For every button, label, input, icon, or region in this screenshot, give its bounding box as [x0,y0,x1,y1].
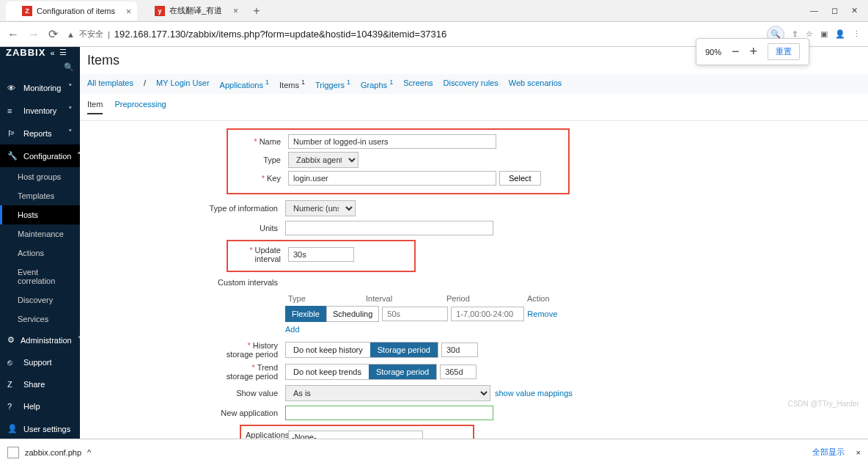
crumb-applications[interactable]: Applications 1 [220,78,269,89]
new-tab-button[interactable]: + [246,4,267,18]
close-icon[interactable]: × [126,7,131,17]
insecure-icon: ▲ [67,30,75,39]
minimize-icon[interactable]: — [810,6,818,15]
zoom-in-button[interactable]: + [749,44,757,59]
sidebar-sub-actions[interactable]: Actions [0,244,80,263]
extension-icon[interactable]: ▣ [820,29,828,39]
sidebar-sub-hostgroups[interactable]: Host groups [0,167,80,186]
close-window-icon[interactable]: ✕ [851,6,858,15]
sidebar-item-administration[interactable]: ⚙Administration˅ [0,329,80,351]
forward-icon: → [28,28,40,41]
col-action: Action [527,294,571,303]
sidebar-sub-maintenance[interactable]: Maintenance [0,224,80,244]
sidebar-item-label: Share [23,380,45,389]
sidebar-sub-templates[interactable]: Templates [0,186,80,205]
sidebar-sub-hosts[interactable]: Hosts [0,205,80,224]
type-select[interactable]: Zabbix agent [288,152,358,168]
watermark: CSDN @TTry_Harder [787,400,859,408]
col-interval: Interval [366,294,439,303]
trend-segment[interactable]: Do not keep trendsStorage period [285,364,437,380]
key-input[interactable] [288,171,496,186]
units-input[interactable] [285,221,493,235]
show-value-select[interactable]: As is [285,385,490,401]
seg-storage-period[interactable]: Storage period [369,365,436,379]
period-input[interactable] [451,307,524,321]
interval-input[interactable] [382,307,448,321]
collapse-icon[interactable]: « [50,48,54,57]
profile-icon[interactable]: 👤 [835,29,845,39]
crumb-web-scenarios[interactable]: Web scenarios [509,78,562,89]
sidebar-item-reports[interactable]: 🏳Reports˅ [0,122,80,144]
tab-title: 在线翻译_有道 [169,5,222,16]
browser-tab[interactable]: y 在线翻译_有道 × [139,1,244,21]
sidebar-sub-event-correlation[interactable]: Event correlation [0,263,80,290]
zoom-out-button[interactable]: − [732,44,740,59]
zoom-reset-button[interactable]: 重置 [768,43,800,60]
name-input[interactable] [288,134,496,149]
tab-item[interactable]: Item [87,100,103,114]
crumb-screens[interactable]: Screens [403,78,433,89]
menu-icon[interactable]: ⋮ [853,29,861,39]
tab-title: Configuration of items [37,7,115,15]
new-application-input[interactable] [285,406,493,420]
sidebar-item-label: Monitoring [23,84,61,92]
favicon: y [155,6,165,16]
label-key: Key [232,174,288,183]
seg-donot-trends[interactable]: Do not keep trends [286,365,369,379]
sidebar-item-inventory[interactable]: ≡Inventory˅ [0,99,80,122]
seg-scheduling[interactable]: Scheduling [326,306,379,322]
add-link[interactable]: Add [285,325,300,334]
crumb-all-templates[interactable]: All templates [87,78,133,89]
sidebar-share[interactable]: ZShare [0,373,80,395]
address-bar[interactable]: ▲ 不安全 | 192.168.177.130/zabbix/items.php… [67,29,758,40]
menu-toggle-icon[interactable]: ☰ [59,48,67,57]
sidebar-sub-services[interactable]: Services [0,310,80,329]
crumb-graphs[interactable]: Graphs 1 [361,78,393,89]
crumb-template[interactable]: MY Login User [156,78,210,89]
sidebar-sub-discovery[interactable]: Discovery [0,290,80,310]
update-interval-input[interactable] [288,247,354,262]
label-custom-intervals: Custom intervals [80,278,285,287]
label-units: Units [80,224,285,232]
trend-value-input[interactable] [440,365,477,379]
sidebar-item-label: Support [23,358,52,367]
col-type: Type [285,294,358,303]
maximize-icon[interactable]: ◻ [831,6,838,15]
show-value-mappings-link[interactable]: show value mappings [495,389,573,398]
search-icon[interactable]: 🔍 [64,62,74,72]
sidebar-user-settings[interactable]: 👤User settings [0,417,80,439]
logo: ZABBIX [6,47,45,58]
crumb-discovery-rules[interactable]: Discovery rules [444,78,499,89]
crumb-triggers[interactable]: Triggers 1 [315,78,350,89]
label-name: Name [232,137,288,146]
type-of-info-select[interactable]: Numeric (unsigned) [285,200,356,216]
sidebar-help[interactable]: ?Help [0,395,80,417]
sidebar-support[interactable]: ⎋Support [0,351,80,373]
remove-link[interactable]: Remove [527,310,557,318]
eye-icon: 👁 [7,84,18,92]
seg-flexible[interactable]: Flexible [285,306,326,322]
report-icon: 🏳 [7,129,18,138]
breadcrumb: All templates / MY Login User Applicatio… [80,74,868,94]
label-show-value: Show value [80,389,285,398]
favicon: Z [22,6,32,16]
seg-donot-history[interactable]: Do not keep history [286,343,370,357]
reload-icon[interactable]: ⟳ [48,27,58,41]
label-applications: Applications [246,431,288,439]
select-button[interactable]: Select [499,171,541,186]
seg-storage-period[interactable]: Storage period [370,343,438,357]
tab-preprocessing[interactable]: Preprocessing [114,100,166,114]
history-value-input[interactable] [441,343,478,357]
sidebar-item-configuration[interactable]: 🔧Configuration˄ [0,144,80,167]
interval-type-segment[interactable]: FlexibleScheduling [285,306,379,322]
label-type: Type [232,155,288,164]
browser-tab-active[interactable]: Z Configuration of items × [6,1,137,21]
app-option-none[interactable]: -None- [289,431,422,439]
back-icon[interactable]: ← [7,28,19,41]
applications-list[interactable]: -None- Server security [288,431,423,439]
close-icon[interactable]: × [233,6,238,16]
sidebar-item-monitoring[interactable]: 👁Monitoring˅ [0,76,80,99]
history-segment[interactable]: Do not keep historyStorage period [285,342,438,358]
help-icon: ? [7,402,18,411]
crumb-items: Items 1 [279,78,305,89]
